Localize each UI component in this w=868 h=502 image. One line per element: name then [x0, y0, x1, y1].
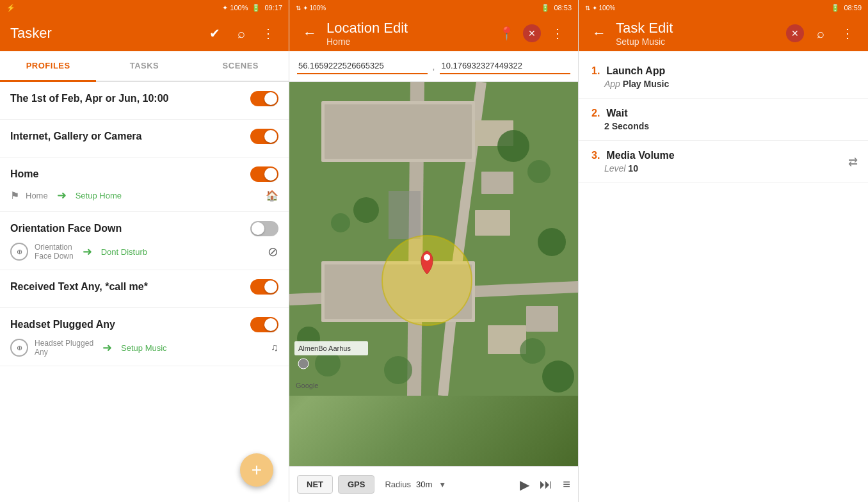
toggle-4[interactable] — [250, 221, 278, 236]
task-item-2[interactable]: 2. Wait 2 Seconds — [579, 99, 868, 141]
app-bar-3: ← Task Edit Setup Music ✕ ⌕ ⋮ — [579, 15, 868, 51]
net-button[interactable]: NET — [297, 475, 333, 494]
back-button-2[interactable]: ← — [300, 23, 320, 44]
arrow-icon-3: ➜ — [57, 188, 67, 202]
coords-bar: , — [289, 51, 578, 82]
swap-icon-3: ⇄ — [848, 155, 858, 169]
skip-button[interactable]: ⏭ — [540, 477, 552, 492]
panel-location-edit: ⇅ ✦ 100% 🔋 08:53 ← Location Edit Home 📍 … — [289, 0, 579, 502]
task-item-1[interactable]: 1. Launch App App Play Music — [579, 56, 868, 99]
profile-item-5[interactable]: Received Text Any, *call me* — [0, 270, 289, 308]
tab-tasks[interactable]: TASKS — [96, 51, 192, 82]
task-number-2: 2. — [591, 108, 600, 119]
longitude-input[interactable] — [440, 58, 570, 74]
status-battery-1: 🔋 — [252, 4, 261, 12]
task-detail-val-2: 2 Seconds — [604, 121, 649, 131]
panel-tasker: ⚡ ✦ 100% 🔋 09:17 Tasker ✔ ⌕ ⋮ PROFILES T… — [0, 0, 289, 502]
search-button-3[interactable]: ⌕ — [810, 23, 831, 44]
profile-item-2[interactable]: Internet, Gallery or Camera — [0, 120, 289, 158]
more-button-2[interactable]: ⋮ — [547, 23, 568, 44]
close-button-2[interactable]: ✕ — [523, 24, 541, 42]
profile-item-6[interactable]: Headset Plugged Any ⊕ Headset PluggedAny… — [0, 308, 289, 366]
status-battery-3: 🔋 — [831, 4, 840, 12]
toggle-6[interactable] — [250, 317, 278, 332]
svg-rect-7 — [475, 210, 510, 236]
svg-point-11 — [331, 213, 350, 232]
status-time-3: 08:59 — [844, 4, 862, 12]
toggle-5[interactable] — [250, 279, 278, 295]
task-detail-2: 2 Seconds — [591, 121, 855, 131]
profile-name-5: Received Text Any, *call me* — [10, 281, 250, 293]
menu-button[interactable]: ≡ — [563, 477, 570, 492]
more-button-1[interactable]: ⋮ — [258, 23, 278, 44]
latitude-input[interactable] — [297, 58, 428, 74]
task-detail-key-1: App — [604, 79, 620, 89]
profile-name-3: Home — [10, 168, 250, 180]
gps-button[interactable]: GPS — [338, 475, 374, 494]
status-bar-1: ⚡ ✦ 100% 🔋 09:17 — [0, 0, 289, 15]
task-title-2: Wait — [606, 108, 627, 119]
toggle-1[interactable] — [250, 91, 278, 106]
status-signal-2: ⇅ ✦ 100% — [296, 4, 326, 12]
profile-task-3: Setup Home — [76, 191, 122, 200]
task-list: 1. Launch App App Play Music 2. Wait 2 S… — [579, 51, 868, 502]
profile-condition-6: Headset PluggedAny — [35, 339, 93, 357]
status-signal-3: ⇅ ✦ 100% — [585, 4, 615, 12]
close-button-3[interactable]: ✕ — [786, 24, 804, 42]
app-title-1: Tasker — [10, 25, 198, 42]
toggle-2[interactable] — [250, 129, 278, 144]
svg-point-12 — [497, 130, 529, 162]
profile-task-4: Dont Disturb — [101, 247, 147, 257]
profile-condition-4: OrientationFace Down — [35, 243, 74, 261]
profile-name-2: Internet, Gallery or Camera — [10, 131, 250, 142]
search-button-1[interactable]: ⌕ — [231, 23, 252, 44]
headset-icon: ⊕ — [10, 339, 28, 357]
radius-value: 30m — [416, 480, 432, 489]
svg-rect-20 — [389, 191, 421, 239]
app-subtitle-2: Home — [326, 36, 490, 47]
svg-point-15 — [520, 338, 545, 364]
task-detail-key-3: Level — [604, 163, 625, 174]
app-bar-1: Tasker ✔ ⌕ ⋮ — [0, 15, 289, 51]
back-button-3[interactable]: ← — [589, 23, 609, 44]
toggle-3[interactable] — [250, 166, 278, 182]
panel-task-edit: ⇅ ✦ 100% 🔋 08:59 ← Task Edit Setup Music… — [579, 0, 868, 502]
arrow-icon-4: ➜ — [83, 245, 92, 259]
music-task-icon: ♫ — [271, 342, 278, 353]
no-action-icon: ⊘ — [268, 244, 278, 259]
fab-add[interactable]: + — [240, 453, 273, 487]
check-button[interactable]: ✔ — [204, 23, 225, 44]
tab-profiles[interactable]: PROFILES — [0, 51, 96, 82]
svg-point-22 — [424, 254, 430, 261]
svg-text:Google: Google — [296, 382, 318, 389]
radius-dropdown-icon[interactable]: ▼ — [438, 480, 446, 489]
profiles-list: The 1st of Feb, Apr or Jun, 10:00 Intern… — [0, 82, 289, 502]
tabs-bar: PROFILES TASKS SCENES — [0, 51, 289, 82]
play-button[interactable]: ▶ — [520, 477, 529, 492]
home-icon: 🏠 — [266, 190, 278, 202]
profile-item-3[interactable]: Home ⚑ Home ➜ Setup Home 🏠 — [0, 158, 289, 212]
more-button-3[interactable]: ⋮ — [837, 23, 858, 44]
tab-scenes[interactable]: SCENES — [193, 51, 289, 82]
task-item-3[interactable]: 3. Media Volume Level 10 ⇄ — [579, 141, 868, 183]
task-number-1: 1. — [591, 65, 600, 77]
app-title-3: Task Edit — [616, 20, 780, 36]
task-detail-val-3: 10 — [628, 163, 638, 174]
task-detail-1: App Play Music — [591, 79, 855, 89]
svg-point-21 — [382, 236, 472, 325]
profile-item-4[interactable]: Orientation Face Down ⊕ OrientationFace … — [0, 212, 289, 270]
radius-label: Radius — [385, 480, 410, 489]
svg-rect-9 — [526, 306, 558, 332]
pin-button[interactable]: 📍 — [496, 23, 517, 44]
profile-item-1[interactable]: The 1st of Feb, Apr or Jun, 10:00 — [0, 82, 289, 120]
svg-point-19 — [384, 356, 412, 384]
status-left-icon: ⚡ — [6, 4, 15, 12]
app-bar-2: ← Location Edit Home 📍 ✕ ⋮ — [289, 15, 578, 51]
svg-point-13 — [527, 160, 551, 183]
profile-condition-3: Home — [26, 191, 48, 200]
svg-point-16 — [542, 360, 574, 393]
flag-icon: ⚑ — [10, 190, 19, 202]
status-bar-3: ⇅ ✦ 100% 🔋 08:59 — [579, 0, 868, 15]
map-area[interactable]: AlmenBo Aarhus Google — [289, 82, 578, 466]
task-title-3: Media Volume — [606, 150, 674, 161]
